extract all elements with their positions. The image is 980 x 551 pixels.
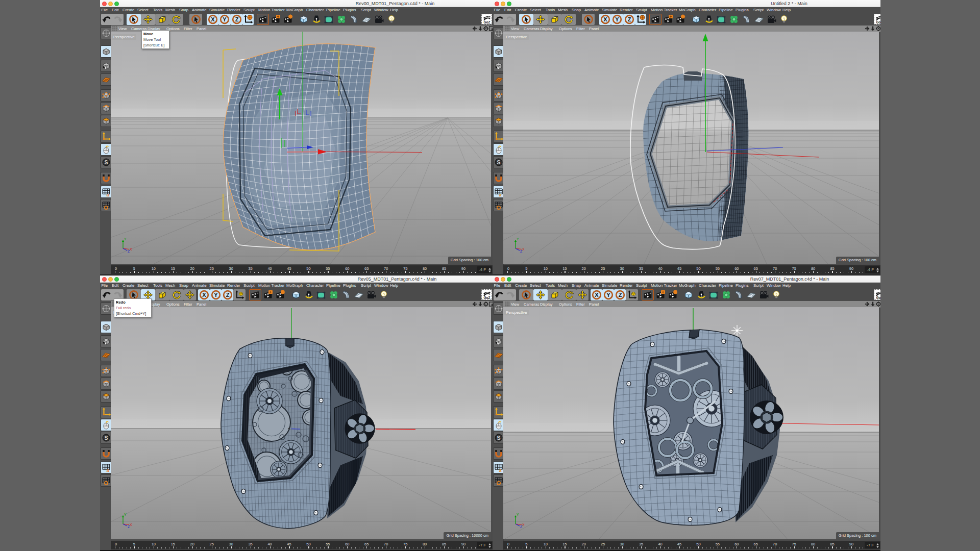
svg-text:Y: Y bbox=[517, 237, 519, 241]
svg-text:Y: Y bbox=[214, 292, 218, 298]
svg-text:X: X bbox=[603, 16, 607, 22]
svg-text:Y: Y bbox=[517, 513, 519, 516]
svg-text:S: S bbox=[104, 159, 108, 165]
svg-text:Y: Y bbox=[124, 513, 127, 516]
svg-text:X: X bbox=[211, 16, 215, 22]
svg-text:X: X bbox=[522, 523, 525, 527]
svg-text:X: X bbox=[130, 247, 132, 251]
svg-text:S: S bbox=[104, 435, 108, 441]
svg-text:X: X bbox=[522, 247, 525, 251]
svg-text:GoZ: GoZ bbox=[484, 296, 491, 299]
svg-text:Z: Z bbox=[618, 292, 622, 298]
svg-text:Z: Z bbox=[235, 16, 238, 22]
svg-text:Y: Y bbox=[124, 237, 127, 241]
svg-text:Y: Y bbox=[606, 292, 610, 298]
svg-text:GoZ: GoZ bbox=[484, 20, 491, 24]
svg-text:Z: Z bbox=[128, 525, 130, 529]
svg-text:X: X bbox=[595, 292, 599, 298]
svg-text:S: S bbox=[497, 159, 500, 165]
svg-text:Z: Z bbox=[128, 249, 130, 253]
svg-text:Y: Y bbox=[615, 16, 619, 22]
svg-text:Z: Z bbox=[627, 16, 631, 22]
svg-text:GoZ: GoZ bbox=[876, 20, 881, 24]
svg-text:Z: Z bbox=[520, 525, 523, 529]
svg-text:Y: Y bbox=[223, 16, 227, 22]
svg-text:X: X bbox=[130, 523, 132, 527]
svg-text:a: a bbox=[499, 468, 502, 473]
svg-text:Z: Z bbox=[226, 292, 229, 298]
svg-text:a: a bbox=[106, 192, 109, 197]
svg-text:S: S bbox=[497, 435, 500, 441]
svg-text:a: a bbox=[106, 468, 109, 473]
svg-text:GoZ: GoZ bbox=[876, 296, 881, 299]
svg-text:a: a bbox=[499, 192, 502, 197]
svg-text:Z: Z bbox=[520, 249, 523, 253]
svg-text:X: X bbox=[202, 292, 206, 298]
